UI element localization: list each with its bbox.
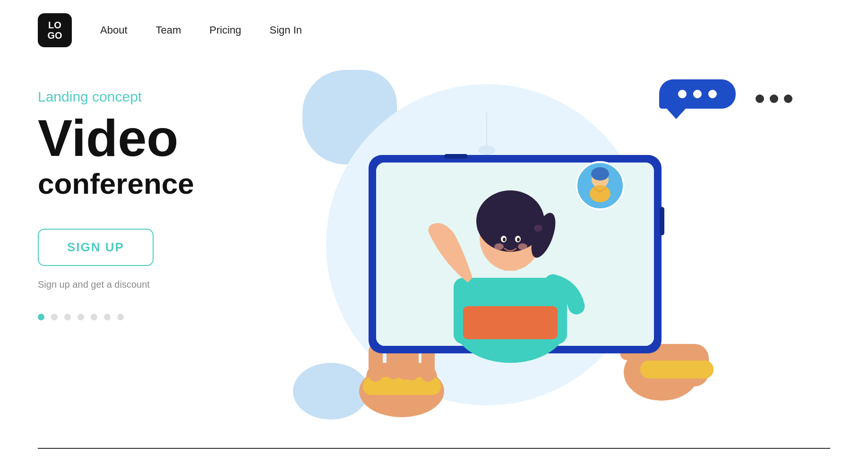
bubble-body — [659, 79, 736, 109]
svg-rect-48 — [640, 360, 713, 378]
bubble-dot-2 — [693, 90, 702, 98]
dot-5[interactable] — [91, 314, 97, 320]
bubble-dot-3 — [708, 90, 717, 98]
svg-rect-61 — [463, 306, 558, 339]
signup-button[interactable]: SIGN UP — [38, 229, 154, 266]
hero-title-line1: Video — [38, 113, 265, 163]
bottom-separator — [38, 448, 830, 449]
bubble-dot-1 — [678, 90, 687, 98]
svg-point-77 — [590, 185, 610, 202]
hero-subtitle: Landing concept — [38, 89, 265, 105]
nav-signin[interactable]: Sign In — [270, 24, 302, 36]
pagination-dots — [38, 314, 265, 320]
nav-pricing[interactable]: Pricing — [209, 24, 241, 36]
nav-links: About Team Pricing Sign In — [100, 24, 302, 36]
decor-dot-1 — [756, 94, 764, 103]
dot-7[interactable] — [117, 314, 124, 320]
bubble-tail — [667, 109, 686, 119]
svg-point-70 — [517, 238, 520, 241]
chat-bubble — [659, 79, 736, 119]
svg-point-72 — [518, 243, 527, 250]
main-illustration — [293, 98, 718, 438]
dot-3[interactable] — [64, 314, 71, 320]
logo[interactable]: LOGO — [38, 13, 72, 47]
svg-rect-56 — [660, 207, 664, 235]
left-panel: Landing concept Video conference SIGN UP… — [38, 70, 265, 320]
hero-title-line2: conference — [38, 167, 265, 200]
dot-6[interactable] — [104, 314, 111, 320]
tablet-device — [369, 154, 664, 363]
main-content: Landing concept Video conference SIGN UP… — [0, 60, 868, 457]
logo-text: LOGO — [47, 20, 62, 41]
nav-team[interactable]: Team — [156, 24, 181, 36]
decor-dot-2 — [770, 94, 778, 103]
svg-rect-66 — [534, 225, 542, 232]
svg-point-76 — [591, 167, 609, 180]
navbar: LOGO About Team Pricing Sign In — [0, 0, 868, 60]
svg-rect-57 — [444, 154, 468, 159]
svg-point-71 — [494, 243, 504, 250]
dot-2[interactable] — [51, 314, 58, 320]
dot-4[interactable] — [77, 314, 84, 320]
dot-1[interactable] — [38, 314, 44, 320]
three-dots-decoration — [756, 94, 792, 103]
nav-about[interactable]: About — [100, 24, 128, 36]
decor-dot-3 — [784, 94, 792, 103]
svg-point-69 — [503, 238, 506, 241]
right-panel — [265, 70, 830, 457]
discount-text: Sign up and get a discount — [38, 279, 265, 290]
